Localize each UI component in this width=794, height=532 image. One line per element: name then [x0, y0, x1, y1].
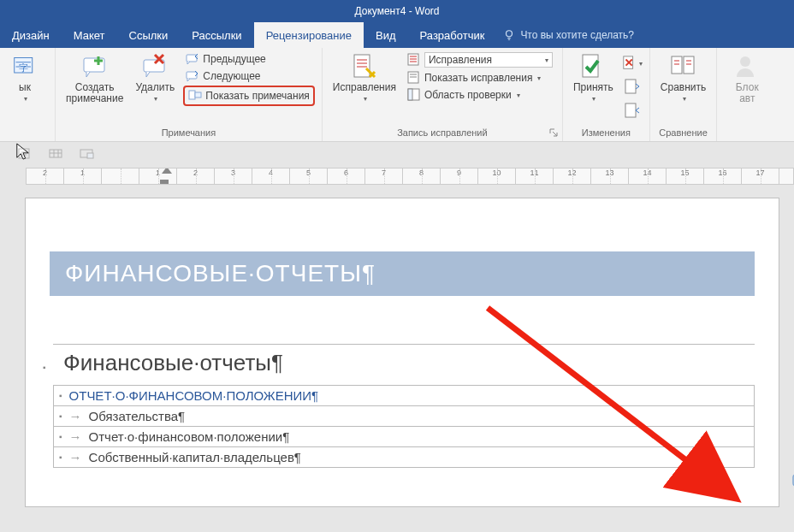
delete-comment-icon	[141, 53, 169, 80]
tracking-dialog-launcher[interactable]	[548, 127, 559, 138]
document-page[interactable]: ФИНАНСОВЫЕ·ОТЧЕТЫ¶ ▪ Финансовые·отчеты¶ …	[26, 198, 779, 506]
show-comments-icon	[188, 89, 202, 103]
group-language: 字 ык ▾	[0, 48, 56, 141]
bullet-icon: ▪	[59, 411, 62, 421]
show-markup-icon	[407, 71, 421, 85]
svg-rect-16	[625, 80, 636, 93]
tab-references[interactable]: Ссылки	[117, 22, 181, 48]
svg-rect-8	[195, 92, 201, 98]
next-comment-icon	[186, 69, 199, 83]
svg-rect-7	[189, 91, 195, 99]
prev-change-button[interactable]	[622, 77, 643, 98]
horizontal-ruler[interactable]: 21123456789101112131415161718	[26, 168, 794, 185]
tab-design[interactable]: Дизайн	[0, 22, 62, 48]
chevron-down-icon: ▾	[592, 95, 596, 103]
qat-icon-2[interactable]	[48, 146, 63, 162]
prev-comment-icon	[186, 52, 199, 66]
group-tracking: Исправления ▾ Исправления ▾ Показать исп…	[323, 48, 563, 141]
lightbulb-icon	[503, 29, 515, 41]
svg-rect-6	[187, 72, 197, 79]
toc-row[interactable]: ▪ОТЧЕТ·О·ФИНАНСОВОМ·ПОЛОЖЕНИИ¶	[54, 386, 754, 405]
chevron-down-icon: ▾	[683, 95, 686, 103]
reject-button[interactable]: ▾	[622, 53, 643, 74]
ribbon-tabs: Дизайн Макет Ссылки Рассылки Рецензирова…	[0, 22, 794, 48]
first-line-indent-marker[interactable]	[162, 168, 172, 174]
group-label-comments: Примечания	[62, 126, 315, 141]
tab-char-icon: →	[69, 409, 82, 423]
document-workspace: ФИНАНСОВЫЕ·ОТЧЕТЫ¶ ▪ Финансовые·отчеты¶ …	[0, 188, 794, 506]
toc-heading[interactable]: ▪ Финансовые·отчеты¶	[55, 350, 755, 376]
tab-developer[interactable]: Разработчик	[408, 22, 497, 48]
track-changes-icon	[351, 53, 378, 80]
group-changes: Принять ▾ ▾ Изменения	[563, 48, 650, 141]
window-title: Документ4 - Word	[354, 5, 439, 17]
next-change-button[interactable]	[622, 101, 643, 121]
svg-rect-18	[672, 56, 682, 74]
globe-icon: 字	[11, 53, 39, 80]
qat-icon-1[interactable]	[17, 146, 33, 162]
title-bar: Документ4 - Word	[0, 0, 794, 22]
svg-rect-9	[354, 55, 370, 77]
quick-access-strip	[0, 142, 794, 166]
language-button[interactable]: 字 ык ▾	[2, 51, 48, 104]
chevron-down-icon: ▾	[537, 74, 541, 82]
tab-view[interactable]: Вид	[364, 22, 408, 48]
previous-comment-button[interactable]: Предыдущее	[183, 51, 315, 67]
group-label-compare: Сравнение	[657, 126, 709, 141]
compare-icon	[670, 53, 697, 80]
track-changes-button[interactable]: Исправления ▾	[329, 51, 400, 104]
chevron-down-icon: ▾	[154, 95, 157, 103]
delete-comment-button[interactable]: Удалить ▾	[132, 51, 178, 104]
group-compare: Сравнить ▾ Сравнение	[650, 48, 717, 141]
svg-rect-13	[408, 89, 412, 100]
tab-layout[interactable]: Макет	[62, 22, 117, 48]
bullet-icon: ▪	[59, 432, 62, 441]
bullet-icon: ▪	[59, 391, 62, 400]
toc-row[interactable]: ▪→Отчет·о·финансовом·положении¶	[54, 426, 754, 446]
group-label-tracking: Запись исправлений	[329, 126, 555, 141]
svg-rect-21	[19, 149, 29, 158]
toc-row[interactable]: ▪→Обязательства¶	[54, 405, 754, 426]
display-mode-icon	[407, 53, 421, 67]
svg-rect-19	[684, 56, 694, 74]
next-comment-button[interactable]: Следующее	[183, 68, 315, 84]
title-heading[interactable]: ФИНАНСОВЫЕ·ОТЧЕТЫ¶	[50, 251, 755, 296]
chevron-down-icon: ▾	[24, 95, 27, 103]
tab-char-icon: →	[69, 429, 82, 444]
tab-char-icon: →	[69, 450, 82, 464]
svg-text:字: 字	[19, 62, 28, 73]
chevron-down-icon: ▾	[545, 56, 548, 64]
hanging-indent-marker[interactable]	[160, 180, 169, 185]
new-comment-icon	[81, 53, 109, 80]
group-comments: Создать примечание Удалить ▾ Предыдущее …	[56, 48, 323, 141]
display-mode-combo[interactable]: Исправления ▾	[405, 51, 555, 68]
svg-point-20	[740, 56, 750, 67]
new-comment-button[interactable]: Создать примечание	[62, 51, 127, 106]
svg-rect-17	[625, 103, 636, 117]
qat-icon-3[interactable]	[79, 146, 94, 162]
bullet-icon: ▪	[43, 363, 46, 372]
accept-icon	[579, 53, 607, 80]
bullet-icon: ▪	[59, 452, 62, 462]
chevron-down-icon: ▾	[517, 92, 520, 99]
block-authors-button[interactable]: Блок авт	[724, 51, 770, 106]
ribbon: 字 ык ▾ Создать примечание Удалить ▾	[0, 48, 794, 142]
tab-mailings[interactable]: Рассылки	[180, 22, 253, 48]
svg-point-0	[507, 31, 513, 37]
svg-rect-24	[87, 153, 93, 158]
table-of-contents[interactable]: ▪ОТЧЕТ·О·ФИНАНСОВОМ·ПОЛОЖЕНИИ¶ ▪→Обязате…	[53, 385, 755, 468]
chevron-down-icon: ▾	[364, 95, 367, 103]
tell-me-search[interactable]: Что вы хотите сделать?	[503, 22, 634, 48]
show-comments-button[interactable]: Показать примечания	[183, 86, 315, 106]
reviewing-pane-button[interactable]: Область проверки ▾	[405, 87, 555, 103]
group-label-changes: Изменения	[570, 126, 643, 141]
chevron-down-icon: ▾	[639, 60, 643, 68]
toc-row[interactable]: ▪→Собственный·капитал·владельцев¶	[54, 446, 754, 467]
tab-review[interactable]: Рецензирование	[254, 22, 364, 48]
block-authors-icon	[733, 53, 761, 80]
accept-button[interactable]: Принять ▾	[570, 51, 617, 104]
compare-button[interactable]: Сравнить ▾	[657, 51, 709, 104]
reviewing-pane-icon	[407, 88, 421, 102]
ruler-area: 21123456789101112131415161718	[0, 166, 794, 188]
show-markup-button[interactable]: Показать исправления ▾	[405, 70, 555, 86]
